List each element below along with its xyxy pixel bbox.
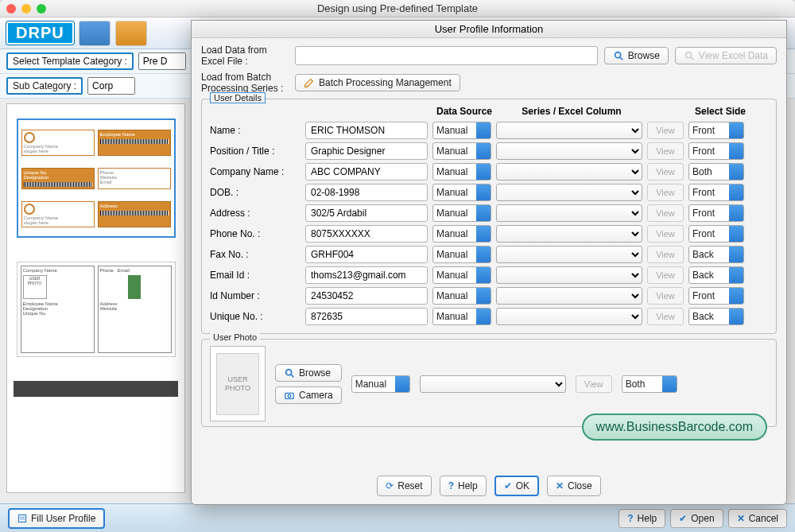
- field-row: Unique No. :ManualViewBack: [210, 308, 768, 325]
- photo-placeholder: USER PHOTO: [216, 353, 259, 415]
- field-input[interactable]: [305, 184, 428, 201]
- batch-processing-button[interactable]: Batch Processing Management: [295, 74, 460, 91]
- side-select[interactable]: Back: [688, 266, 744, 284]
- photo-browse-button[interactable]: Browse: [275, 364, 342, 382]
- reset-button[interactable]: ⟳Reset: [377, 476, 431, 496]
- data-source-select[interactable]: Manual: [432, 184, 491, 201]
- footer-cancel-label: Cancel: [749, 513, 778, 524]
- series-column-select[interactable]: [496, 225, 642, 243]
- photo-side-select[interactable]: Both: [622, 375, 677, 393]
- footer-open-button[interactable]: ✔Open: [670, 509, 723, 528]
- maximize-icon[interactable]: [37, 4, 46, 14]
- field-row: Email Id :ManualViewBack: [210, 266, 768, 284]
- modal-title: User Profile Information: [192, 21, 786, 38]
- photo-camera-button[interactable]: Camera: [275, 386, 342, 404]
- data-source-select[interactable]: Manual: [432, 246, 491, 263]
- card-icon[interactable]: [79, 21, 111, 46]
- data-source-select[interactable]: Manual: [432, 142, 491, 160]
- side-select[interactable]: Back: [688, 308, 744, 325]
- field-input[interactable]: [305, 225, 428, 243]
- field-row: Phone No. :ManualViewFront: [210, 225, 768, 243]
- field-input[interactable]: [305, 308, 428, 325]
- view-button: View: [647, 308, 684, 325]
- excel-path-input[interactable]: [295, 46, 598, 65]
- close-icon[interactable]: [6, 4, 16, 14]
- main-footer: Fill User Profile ?Help ✔Open ✕Cancel: [0, 503, 795, 532]
- template-category-label: Select Template Category :: [6, 52, 134, 70]
- column-headers: Data Source Series / Excel Column Select…: [210, 106, 768, 117]
- svg-point-5: [685, 52, 691, 58]
- view-button: View: [647, 163, 684, 181]
- field-input[interactable]: [305, 204, 428, 222]
- series-column-select[interactable]: [496, 308, 642, 325]
- template-category-select[interactable]: [138, 52, 186, 70]
- side-select[interactable]: Back: [688, 246, 744, 263]
- photo-view-button: View: [576, 375, 612, 393]
- series-column-select[interactable]: [496, 122, 642, 139]
- camera-icon: [284, 390, 295, 401]
- side-select[interactable]: Both: [688, 163, 744, 181]
- photo-series-select[interactable]: [420, 375, 566, 393]
- data-source-select[interactable]: Manual: [432, 163, 491, 181]
- browse-excel-button[interactable]: Browse: [604, 47, 669, 64]
- user-details-group: User Details Data Source Series / Excel …: [201, 99, 777, 334]
- series-column-select[interactable]: [496, 142, 642, 160]
- template-thumb-1[interactable]: Company Nameslogan here Employee Name Un…: [17, 118, 176, 238]
- field-input[interactable]: [305, 246, 428, 263]
- fill-user-profile-button[interactable]: Fill User Profile: [8, 508, 105, 529]
- help-button[interactable]: ?Help: [440, 476, 487, 496]
- series-column-select[interactable]: [496, 287, 642, 305]
- template-thumb-3[interactable]: [14, 381, 178, 397]
- template-preview-panel: Company Nameslogan here Employee Name Un…: [6, 103, 185, 493]
- field-label: Id Number :: [210, 290, 301, 301]
- template-thumb-2[interactable]: Company NameUSER PHOTOEmployee NameDesig…: [17, 262, 176, 357]
- photo-data-source-select[interactable]: Manual: [351, 375, 410, 393]
- fill-user-profile-label: Fill User Profile: [31, 513, 95, 524]
- side-select[interactable]: Front: [688, 122, 744, 139]
- view-button: View: [647, 287, 684, 305]
- view-button: View: [647, 204, 684, 222]
- data-source-select[interactable]: Manual: [432, 287, 491, 305]
- data-source-select[interactable]: Manual: [432, 225, 491, 243]
- field-input[interactable]: [305, 266, 428, 284]
- footer-open-label: Open: [691, 513, 714, 524]
- footer-help-label: Help: [638, 513, 657, 524]
- series-column-select[interactable]: [496, 266, 642, 284]
- field-input[interactable]: [305, 122, 428, 139]
- footer-help-button[interactable]: ?Help: [619, 509, 665, 528]
- side-select[interactable]: Front: [688, 142, 744, 160]
- close-label: Close: [568, 480, 592, 491]
- series-column-select[interactable]: [496, 204, 642, 222]
- minimize-icon[interactable]: [21, 4, 31, 14]
- data-source-select[interactable]: Manual: [432, 308, 491, 325]
- side-select[interactable]: Front: [688, 225, 744, 243]
- card-icon-2[interactable]: [115, 21, 147, 46]
- field-row: DOB. :ManualViewFront: [210, 184, 768, 201]
- side-select[interactable]: Front: [688, 287, 744, 305]
- close-button[interactable]: ✕Close: [547, 476, 601, 496]
- form-icon: [17, 514, 27, 523]
- ok-label: OK: [516, 480, 529, 491]
- footer-cancel-button[interactable]: ✕Cancel: [728, 509, 787, 528]
- modal-body: Load Data from Excel File : Browse View …: [192, 38, 786, 469]
- svg-rect-0: [19, 515, 26, 522]
- field-input[interactable]: [305, 163, 428, 181]
- side-select[interactable]: Front: [688, 204, 744, 222]
- series-column-select[interactable]: [496, 163, 642, 181]
- ok-button[interactable]: ✔OK: [494, 476, 539, 496]
- data-source-select[interactable]: Manual: [432, 266, 491, 284]
- field-row: Company Name :ManualViewBoth: [210, 163, 768, 181]
- field-input[interactable]: [305, 142, 428, 160]
- side-select[interactable]: Front: [688, 184, 744, 201]
- view-button: View: [647, 184, 684, 201]
- field-input[interactable]: [305, 287, 428, 305]
- data-source-select[interactable]: Manual: [432, 122, 491, 139]
- load-batch-row: Load from Batch Processing Series : Batc…: [201, 72, 777, 94]
- series-column-select[interactable]: [496, 184, 642, 201]
- data-source-select[interactable]: Manual: [432, 204, 491, 222]
- header-select-side: Select Side: [687, 106, 750, 117]
- field-label: Address :: [210, 208, 301, 219]
- sub-category-select[interactable]: [87, 77, 135, 95]
- search-icon: [684, 50, 695, 61]
- series-column-select[interactable]: [496, 246, 642, 263]
